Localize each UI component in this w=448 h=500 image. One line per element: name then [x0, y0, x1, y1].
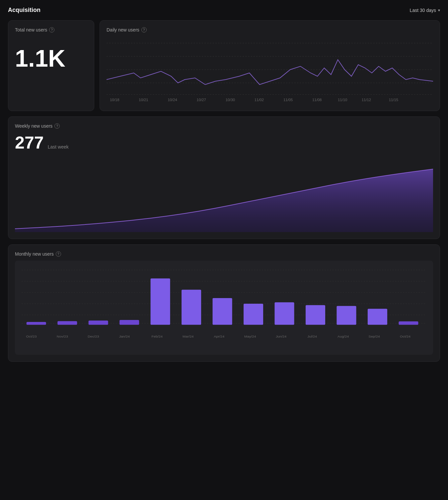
monthly-users-card: Monthly new users ?	[8, 244, 440, 362]
monthly-users-info-icon[interactable]: ?	[56, 251, 61, 257]
total-users-value: 1.1K	[15, 46, 87, 70]
total-users-info-icon[interactable]: ?	[49, 27, 54, 32]
page-header: Acquisition Last 30 days ▾	[8, 7, 440, 14]
svg-rect-34	[399, 321, 418, 325]
svg-text:10/24: 10/24	[168, 98, 177, 102]
svg-rect-32	[336, 306, 356, 325]
daily-users-info-icon[interactable]: ?	[141, 27, 147, 32]
svg-rect-33	[368, 309, 387, 325]
svg-text:11/02: 11/02	[255, 98, 264, 102]
svg-text:11/10: 11/10	[338, 98, 347, 102]
svg-text:10/21: 10/21	[139, 98, 148, 102]
top-row: Total new users ? 1.1K Daily new users ?…	[8, 20, 440, 111]
svg-rect-22	[27, 322, 46, 325]
daily-users-label: Daily new users	[107, 27, 139, 32]
svg-text:Dec/23: Dec/23	[88, 335, 99, 338]
svg-text:11/08: 11/08	[312, 98, 322, 102]
weekly-stat-row: 277 Last week	[15, 133, 433, 153]
svg-text:Apr/24: Apr/24	[214, 335, 224, 338]
svg-text:Nov/23: Nov/23	[57, 335, 68, 338]
svg-text:Sep/24: Sep/24	[368, 335, 380, 338]
svg-text:10/27: 10/27	[197, 98, 206, 102]
svg-text:Oct/24: Oct/24	[400, 335, 411, 338]
svg-rect-25	[119, 320, 139, 325]
daily-users-header: Daily new users ?	[107, 27, 433, 32]
chevron-down-icon: ▾	[438, 8, 440, 13]
svg-rect-28	[213, 298, 232, 325]
svg-text:Aug/24: Aug/24	[337, 335, 349, 338]
weekly-area-chart-container	[15, 156, 433, 232]
total-users-label: Total new users	[15, 27, 47, 32]
svg-text:10/30: 10/30	[226, 98, 235, 102]
date-filter-label: Last 30 days	[410, 8, 436, 13]
monthly-users-label: Monthly new users	[15, 251, 54, 257]
svg-text:Jul/24: Jul/24	[307, 335, 317, 338]
monthly-bar-chart: Oct/23 Nov/23 Dec/23 Jan/24 Feb/24 Mar/2…	[22, 267, 426, 340]
svg-rect-26	[151, 279, 170, 325]
weekly-area-chart	[15, 156, 433, 232]
svg-rect-30	[275, 302, 294, 325]
weekly-users-label: Weekly new users	[15, 123, 52, 129]
weekly-users-header: Weekly new users ?	[15, 123, 433, 129]
svg-rect-31	[306, 305, 325, 325]
weekly-users-value: 277	[15, 133, 44, 153]
svg-text:Jun/24: Jun/24	[276, 335, 287, 338]
svg-text:Oct/23: Oct/23	[26, 335, 37, 338]
svg-rect-29	[244, 304, 263, 325]
daily-line-chart: 10/18 10/21 10/24 10/27 10/30 11/02 11/0…	[107, 36, 433, 103]
svg-text:11/05: 11/05	[283, 98, 293, 102]
svg-rect-23	[57, 321, 77, 325]
svg-text:11/15: 11/15	[389, 98, 398, 102]
svg-rect-24	[89, 321, 108, 325]
weekly-users-info-icon[interactable]: ?	[54, 123, 60, 129]
daily-users-card: Daily new users ? 10/18 10/21 10/24 10/2…	[100, 20, 440, 111]
daily-chart-container: 10/18 10/21 10/24 10/27 10/30 11/02 11/0…	[107, 36, 433, 104]
weekly-users-card: Weekly new users ? 277 Last week	[8, 116, 440, 239]
page-title: Acquisition	[8, 7, 40, 14]
total-users-card: Total new users ? 1.1K	[8, 20, 94, 111]
svg-text:10/18: 10/18	[110, 98, 119, 102]
weekly-users-sublabel: Last week	[48, 144, 69, 150]
date-filter-button[interactable]: Last 30 days ▾	[410, 8, 440, 13]
svg-text:Mar/24: Mar/24	[183, 335, 194, 338]
monthly-users-header: Monthly new users ?	[15, 251, 433, 257]
svg-text:Feb/24: Feb/24	[151, 335, 163, 338]
svg-text:May/24: May/24	[244, 335, 256, 338]
total-users-header: Total new users ?	[15, 27, 87, 32]
svg-rect-27	[182, 290, 201, 325]
monthly-bar-chart-container: Oct/23 Nov/23 Dec/23 Jan/24 Feb/24 Mar/2…	[15, 261, 433, 355]
svg-text:11/12: 11/12	[362, 98, 371, 102]
svg-text:Jan/24: Jan/24	[119, 335, 130, 338]
